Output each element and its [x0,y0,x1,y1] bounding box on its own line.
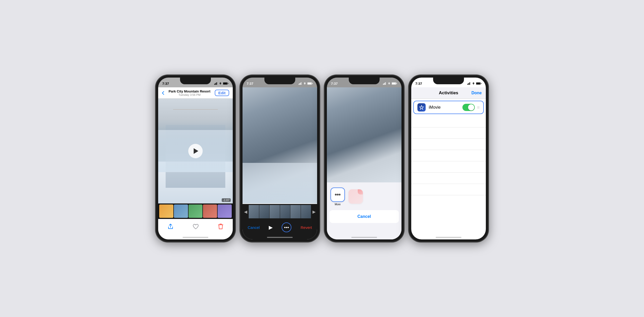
signal-icon-4 [467,82,471,85]
edit-button[interactable]: Edit [215,90,229,96]
signal-icon-3 [383,82,387,85]
svg-rect-9 [300,83,301,85]
svg-rect-2 [216,83,216,85]
phone-3: 7:37 [324,75,404,242]
more-icon-box[interactable] [330,188,345,202]
more-icon-item[interactable]: More [330,188,345,206]
line-1 [411,116,486,127]
frame-4 [280,205,290,218]
svg-point-26 [339,194,341,195]
line-3 [411,139,486,150]
frame-2 [259,205,270,218]
line-5 [411,161,486,173]
frame-5 [290,205,301,218]
status-icons-4 [467,82,482,85]
battery-icon-3 [392,82,397,85]
play-icon [194,148,198,154]
svg-rect-19 [384,83,385,85]
imovie-label: iMovie [429,105,462,110]
nav-bar-4: Activities Done [411,87,486,99]
ellipsis-icon [284,227,289,228]
cancel-row: Cancel [329,210,399,223]
svg-rect-6 [223,83,227,84]
play-button-1[interactable] [188,144,203,158]
status-icons-1 [214,82,229,85]
chevron-left-icon [162,91,164,95]
cancel-button-2[interactable]: Cancel [248,225,260,230]
status-icons-3 [383,82,397,85]
more-ellipsis-icon [335,194,341,195]
status-time-3: 7:37 [331,82,338,86]
svg-point-14 [284,227,285,228]
thumbnail-strip [158,203,233,219]
svg-rect-33 [476,83,480,84]
frame-6 [301,205,311,218]
share-icons-row: More [327,182,401,208]
thumb-5[interactable] [218,204,232,218]
battery-icon-4 [476,82,482,85]
video-area-3 [327,87,401,183]
frame-3 [270,205,280,218]
status-icons-2 [299,82,313,85]
svg-rect-32 [481,83,481,84]
svg-rect-17 [383,84,383,85]
svg-rect-30 [470,82,470,85]
more-label: More [335,203,341,206]
svg-rect-1 [215,83,216,85]
battery-icon-2 [307,82,313,85]
share-sheet: More Cancel [327,182,401,239]
notch-3 [349,78,380,84]
second-share-icon[interactable] [348,189,363,204]
thumb-3[interactable] [189,204,203,218]
svg-rect-20 [385,82,386,85]
status-time-1: 7:37 [162,82,169,86]
phone-2: 7:37 [240,75,320,242]
svg-rect-28 [468,83,469,85]
svg-rect-13 [308,83,311,84]
thumb-4[interactable] [203,204,217,218]
svg-rect-10 [301,82,301,85]
svg-rect-7 [299,84,299,85]
cancel-button-3[interactable]: Cancel [357,214,371,219]
filmstrip-arrow-left: ◀ [243,209,249,214]
video-area-2 [243,87,317,203]
done-button[interactable]: Done [471,91,482,95]
svg-rect-12 [312,83,313,84]
back-button-1[interactable] [162,91,164,95]
frame-1 [249,205,259,218]
trash-icon[interactable] [218,223,223,231]
play-icon-2[interactable]: ▶ [269,224,273,230]
filmstrip-frames [249,205,311,218]
revert-button[interactable]: Revert [301,225,312,230]
imovie-toggle[interactable] [462,104,475,111]
more-dots-button[interactable] [282,222,291,232]
notch-1 [180,78,211,84]
phone-4: 7:37 [409,75,488,242]
svg-point-16 [288,227,289,228]
thumb-1[interactable] [159,204,173,218]
wifi-icon-3 [388,82,391,85]
line-4 [411,150,486,161]
imovie-activity-item[interactable]: iMovie ≡ [413,101,484,114]
svg-rect-5 [228,83,228,84]
battery-icon [223,82,229,85]
heart-icon[interactable] [193,224,199,231]
nav-title-1: Park City Mountain Resort Tuesday 3:56 P… [169,89,211,96]
svg-rect-0 [214,84,215,85]
activities-title: Activities [439,90,458,96]
filmstrip-arrow-right: ▶ [311,209,317,214]
svg-rect-27 [467,84,468,85]
home-indicator-2 [267,237,293,238]
wifi-icon-4 [472,82,475,85]
line-7 [411,184,486,195]
bottom-bar-1 [158,219,233,239]
share-icon[interactable] [168,224,173,231]
activities-list: iMovie ≡ [411,99,486,239]
svg-rect-29 [469,83,469,85]
drag-handle-icon[interactable]: ≡ [477,105,480,110]
home-indicator-3 [351,237,377,238]
second-share-item[interactable] [348,189,363,204]
thumb-2[interactable] [174,204,188,218]
nav-bar-1: Park City Mountain Resort Tuesday 3:56 P… [158,87,233,99]
svg-point-15 [286,227,287,228]
